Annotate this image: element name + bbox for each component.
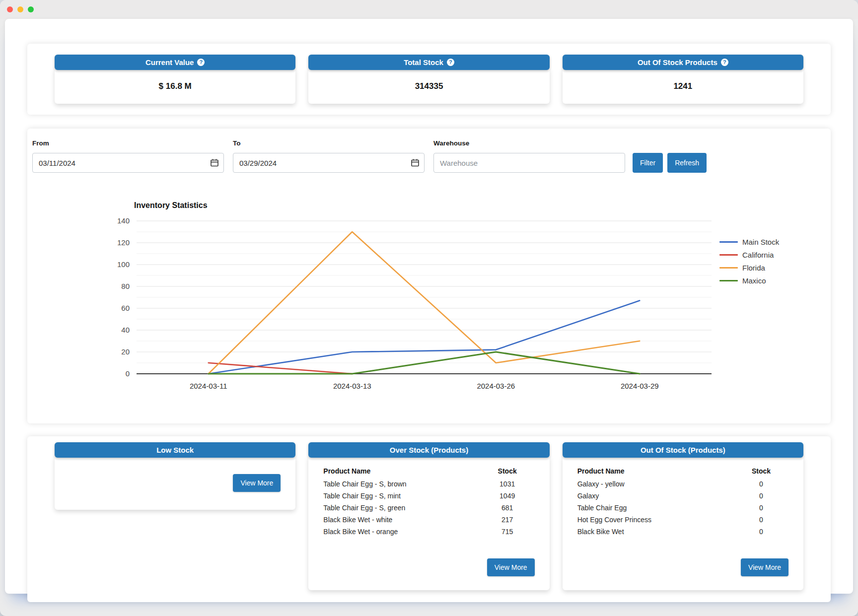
legend-swatch <box>719 280 738 281</box>
calendar-icon[interactable] <box>411 158 420 167</box>
bottom-panels-section: Low Stock View More Over Stock (Products… <box>27 436 831 602</box>
table-row: Hot Egg Cover Princess0 <box>577 514 788 526</box>
over-stock-header: Over Stock (Products) <box>308 442 549 458</box>
stock-value-cell: 1031 <box>480 478 535 490</box>
to-field-group: To <box>233 139 425 173</box>
minimize-window-icon[interactable] <box>17 6 23 12</box>
stat-label: Current Value <box>145 58 194 67</box>
calendar-icon[interactable] <box>210 158 219 167</box>
stock-value-cell: 715 <box>480 526 535 538</box>
legend-swatch <box>719 267 738 269</box>
stock-value-cell: 0 <box>734 490 788 502</box>
y-axis-tick-label: 80 <box>121 282 130 290</box>
table-row: Table Chair Egg - S, mint1049 <box>323 490 534 502</box>
table-header-cell: Product Name <box>577 465 734 478</box>
table-row: Table Chair Egg - S, green681 <box>323 502 534 514</box>
over-stock-table: Product NameStockTable Chair Egg - S, br… <box>323 465 534 538</box>
series-line-california <box>209 363 353 374</box>
table-header-row: Product NameStock <box>323 465 534 478</box>
legend-swatch <box>719 241 738 243</box>
filter-chart-section: From To <box>27 129 831 423</box>
stock-value-cell: 217 <box>480 514 535 526</box>
warehouse-label: Warehouse <box>433 139 625 147</box>
legend-item: Florida <box>719 264 779 272</box>
stats-section: Current Value ? $ 16.8 M Total Stock ? 3… <box>27 44 831 115</box>
chart-legend: Main StockCaliforniaFloridaMaxico <box>719 238 779 395</box>
over-stock-card: Over Stock (Products) Product NameStockT… <box>308 442 549 590</box>
legend-label: Florida <box>742 264 765 272</box>
series-line-florida <box>209 232 640 374</box>
table-row: Galaxy - yellow0 <box>577 478 788 490</box>
product-name-cell: Table Chair Egg - S, mint <box>323 490 480 502</box>
legend-item: Maxico <box>719 276 779 285</box>
stock-value-cell: 0 <box>734 478 788 490</box>
table-row: Black Bike Wet - white217 <box>323 514 534 526</box>
legend-label: Main Stock <box>742 238 779 246</box>
legend-label: Maxico <box>742 276 766 285</box>
stock-value-cell: 1049 <box>480 490 535 502</box>
y-axis-tick-label: 40 <box>121 326 130 334</box>
to-label: To <box>233 139 425 147</box>
legend-swatch <box>719 254 738 256</box>
out-of-stock-header: Out Of Stock (Products) <box>563 442 803 458</box>
from-label: From <box>32 139 224 147</box>
x-axis-tick-label: 2024-03-13 <box>333 382 371 390</box>
help-icon[interactable]: ? <box>197 59 205 66</box>
stat-card-out-of-stock: Out Of Stock Products ? 1241 <box>563 55 803 104</box>
filter-button[interactable]: Filter <box>633 153 663 173</box>
product-name-cell: Black Bike Wet <box>577 526 734 538</box>
legend-item: Main Stock <box>719 238 779 246</box>
product-name-cell: Table Chair Egg - S, brown <box>323 478 480 490</box>
stat-value: 314335 <box>308 68 549 104</box>
stat-card-current-value: Current Value ? $ 16.8 M <box>55 55 295 104</box>
stat-label: Total Stock <box>404 58 443 67</box>
y-axis-tick-label: 120 <box>117 238 130 247</box>
product-name-cell: Hot Egg Cover Princess <box>577 514 734 526</box>
low-stock-view-more-button[interactable]: View More <box>233 474 281 492</box>
table-row: Black Bike Wet0 <box>577 526 788 538</box>
legend-label: California <box>742 251 774 259</box>
stat-label: Out Of Stock Products <box>638 58 717 67</box>
out-of-stock-view-more-button[interactable]: View More <box>741 558 788 576</box>
over-stock-view-more-button[interactable]: View More <box>487 558 535 576</box>
from-date-input[interactable] <box>32 153 224 173</box>
table-row: Galaxy0 <box>577 490 788 502</box>
help-icon[interactable]: ? <box>447 59 454 66</box>
zoom-window-icon[interactable] <box>28 6 34 12</box>
table-row: Black Bike Wet - orange715 <box>323 526 534 538</box>
table-header-cell: Stock <box>480 465 535 478</box>
dashboard-panel: Current Value ? $ 16.8 M Total Stock ? 3… <box>5 19 853 594</box>
out-of-stock-card: Out Of Stock (Products) Product NameStoc… <box>563 442 803 590</box>
from-field-group: From <box>32 139 224 173</box>
out-of-stock-table: Product NameStockGalaxy - yellow0Galaxy0… <box>577 465 788 538</box>
table-header-cell: Stock <box>734 465 788 478</box>
stat-value: 1241 <box>563 68 803 104</box>
warehouse-input[interactable] <box>433 153 625 173</box>
to-date-input[interactable] <box>233 153 425 173</box>
product-name-cell: Galaxy <box>577 490 734 502</box>
product-name-cell: Galaxy - yellow <box>577 478 734 490</box>
y-axis-tick-label: 60 <box>121 304 130 312</box>
chart-area: 0204060801001201402024-03-112024-03-1320… <box>107 215 826 395</box>
low-stock-card: Low Stock View More <box>55 442 295 510</box>
x-axis-tick-label: 2024-03-29 <box>621 382 659 390</box>
close-window-icon[interactable] <box>7 6 13 12</box>
y-axis-tick-label: 20 <box>121 347 130 356</box>
product-name-cell: Black Bike Wet - orange <box>323 526 480 538</box>
y-axis-tick-label: 100 <box>117 260 130 269</box>
stock-value-cell: 0 <box>734 514 788 526</box>
window-titlebar <box>0 0 858 19</box>
stat-header: Out Of Stock Products ? <box>563 55 803 70</box>
table-row: Table Chair Egg - S, brown1031 <box>323 478 534 490</box>
table-row: Table Chair Egg0 <box>577 502 788 514</box>
stat-header: Total Stock ? <box>308 55 549 70</box>
warehouse-field-group: Warehouse <box>433 139 625 173</box>
x-axis-tick-label: 2024-03-26 <box>477 382 515 390</box>
stat-value: $ 16.8 M <box>55 68 295 104</box>
table-header-cell: Product Name <box>323 465 480 478</box>
stock-value-cell: 681 <box>480 502 535 514</box>
stock-value-cell: 0 <box>734 526 788 538</box>
refresh-button[interactable]: Refresh <box>667 153 707 173</box>
help-icon[interactable]: ? <box>721 59 728 66</box>
stock-value-cell: 0 <box>734 502 788 514</box>
